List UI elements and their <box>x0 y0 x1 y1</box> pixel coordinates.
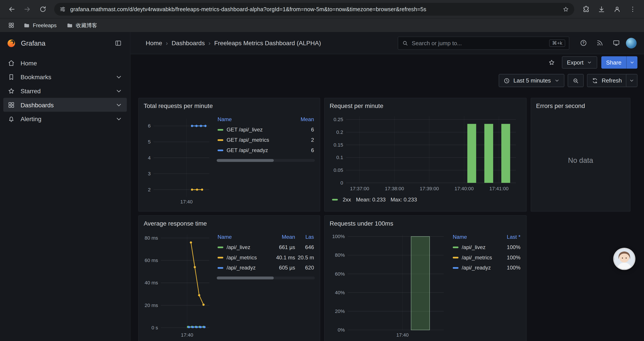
reload-button[interactable] <box>35 2 50 16</box>
help-button[interactable]: ? <box>577 37 590 50</box>
back-button[interactable] <box>4 2 19 16</box>
bookmark-shoucang-boke[interactable]: 收藏博客 <box>63 20 101 31</box>
legend-column-mean[interactable]: Mean <box>269 234 295 240</box>
legend-row[interactable]: /api/_readyz100% <box>451 263 522 273</box>
search-box[interactable]: ⌘+k <box>398 37 569 50</box>
dashboard-canvas: Last 5 minutes Refresh Total requests <box>130 71 644 341</box>
svg-text:0.05: 0.05 <box>334 167 343 173</box>
legend-column-last-[interactable]: Last * <box>494 234 520 240</box>
bookmark-freeleaps[interactable]: Freeleaps <box>20 20 60 31</box>
legend-scrollbar[interactable] <box>217 159 315 162</box>
panel-title[interactable]: Request per minute <box>329 102 522 110</box>
refresh-button[interactable]: Refresh <box>587 74 626 87</box>
svg-text:17:39:00: 17:39:00 <box>420 186 439 191</box>
profile-button[interactable] <box>610 2 624 16</box>
series-color-swatch <box>218 246 223 248</box>
legend-row[interactable]: /api/_metrics40.1 ms20.5 m <box>216 252 316 263</box>
panel-total-requests-per-minute: Total requests per minute 6543217:40 Nam… <box>138 98 320 212</box>
legend-row[interactable]: GET /api/_livez6 <box>216 124 316 135</box>
svg-text:17:37:00: 17:37:00 <box>350 186 369 191</box>
total-requests-chart[interactable]: 6543217:40 <box>143 113 212 207</box>
panel-title[interactable]: Errors per second <box>535 102 626 110</box>
svg-text:2: 2 <box>148 187 151 192</box>
sidebar-nav: Home Bookmarks Starred Dashboards <box>0 54 130 127</box>
site-settings-icon[interactable] <box>59 6 66 13</box>
refresh-interval-dropdown[interactable] <box>626 74 638 87</box>
panel-title[interactable]: Total requests per minute <box>143 102 316 110</box>
zoom-out-button[interactable] <box>568 74 584 87</box>
chat-widget-avatar[interactable] <box>614 249 634 269</box>
svg-text:17:40: 17:40 <box>396 332 408 338</box>
breadcrumb-home[interactable]: Home <box>146 40 162 47</box>
share-dropdown-button[interactable] <box>626 56 638 69</box>
chevron-down-icon[interactable] <box>115 87 123 95</box>
svg-text:0.1: 0.1 <box>336 155 343 160</box>
browser-toolbar: grafana.mathmast.com/d/deytv4rwavabkb/fr… <box>0 0 644 18</box>
legend-column-name[interactable]: Name <box>218 116 288 122</box>
legend-row[interactable]: GET /api/_readyz6 <box>216 145 316 155</box>
search-input[interactable] <box>412 40 546 46</box>
legend-row[interactable]: /api/_metrics100% <box>451 252 522 263</box>
average-response-time-chart[interactable]: 80 ms60 ms40 ms20 ms0 s17:40 <box>143 230 212 340</box>
series-name[interactable]: 2xx <box>343 196 351 203</box>
grafana-header: Home › Dashboards › Freeleaps Metrics Da… <box>130 32 644 54</box>
svg-text:17:38:00: 17:38:00 <box>385 186 404 191</box>
back-arrow-icon <box>8 5 16 13</box>
sidebar-item-home[interactable]: Home <box>3 56 127 70</box>
chevron-down-icon[interactable] <box>115 101 123 109</box>
star-icon <box>548 59 556 66</box>
svg-text:20%: 20% <box>335 308 345 314</box>
sidebar-item-dashboards[interactable]: Dashboards <box>3 98 127 112</box>
extensions-button[interactable] <box>578 2 593 16</box>
chevron-down-icon[interactable] <box>115 115 123 123</box>
series-color-swatch <box>453 256 458 258</box>
dashboards-icon <box>8 101 15 109</box>
favorite-star-button[interactable] <box>546 56 558 69</box>
search-icon <box>402 40 408 46</box>
news-button[interactable] <box>593 37 606 50</box>
sidebar-collapse-button[interactable] <box>112 37 124 49</box>
legend-table: NameMeanLas/api/_livez661 µs646/api/_met… <box>216 230 316 279</box>
series-mean: Mean: 0.233 <box>356 196 386 203</box>
legend: 2xx Mean: 0.233 Max: 0.233 <box>329 194 522 203</box>
legend-column-las[interactable]: Las <box>295 234 314 240</box>
user-avatar[interactable] <box>626 38 637 48</box>
legend-row[interactable]: GET /api/_metrics2 <box>216 135 316 145</box>
svg-text:100%: 100% <box>332 234 344 239</box>
series-color-swatch <box>332 199 338 200</box>
panel-title[interactable]: Requests under 100ms <box>329 219 522 228</box>
chevron-down-icon[interactable] <box>115 73 123 81</box>
legend-column-name[interactable]: Name <box>218 234 269 240</box>
apps-grid-button[interactable] <box>5 20 17 31</box>
legend-row[interactable]: /api/_livez661 µs646 <box>216 242 316 252</box>
share-button-group: Share <box>601 56 638 69</box>
series-color-swatch <box>218 267 223 268</box>
sidebar-item-starred[interactable]: Starred <box>3 84 127 98</box>
series-max: Max: 0.233 <box>390 196 417 203</box>
address-bar[interactable]: grafana.mathmast.com/d/deytv4rwavabkb/fr… <box>54 3 574 15</box>
tv-mode-button[interactable] <box>610 37 623 50</box>
share-button[interactable]: Share <box>601 56 626 69</box>
bookmark-star-icon[interactable] <box>562 6 569 13</box>
kebab-menu-icon <box>629 5 636 13</box>
downloads-button[interactable] <box>594 2 609 16</box>
sidebar-item-bookmarks[interactable]: Bookmarks <box>3 70 127 84</box>
svg-text:17:40: 17:40 <box>181 332 193 338</box>
legend-row[interactable]: /api/_readyz605 µs620 <box>216 263 316 273</box>
requests-under-100ms-chart[interactable]: 100%80%60%40%20%0%17:40 <box>329 230 448 340</box>
forward-button[interactable] <box>20 2 34 16</box>
browser-menu-button[interactable] <box>625 2 640 16</box>
sidebar-item-alerting[interactable]: Alerting <box>3 112 127 126</box>
time-range-picker[interactable]: Last 5 minutes <box>499 74 564 87</box>
panel-title[interactable]: Average response time <box>143 219 316 228</box>
request-per-minute-chart[interactable]: 0.250.20.150.10.05017:37:0017:38:0017:39… <box>329 113 522 194</box>
svg-text:40 ms: 40 ms <box>145 280 158 285</box>
grafana-logo <box>6 38 16 48</box>
legend-column-mean[interactable]: Mean <box>288 116 314 122</box>
legend-scrollbar[interactable] <box>217 276 315 279</box>
refresh-icon <box>592 77 598 84</box>
legend-column-name[interactable]: Name <box>453 234 494 240</box>
breadcrumb-dashboards[interactable]: Dashboards <box>172 40 205 47</box>
legend-row[interactable]: /api/_livez100% <box>451 242 522 252</box>
export-button[interactable]: Export <box>562 56 597 69</box>
